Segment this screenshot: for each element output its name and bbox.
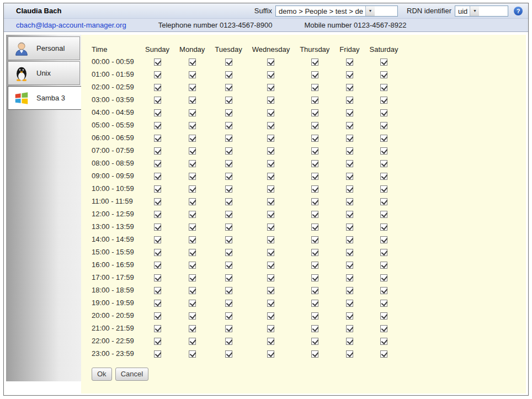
hour-checkbox[interactable] [154, 287, 161, 294]
hour-checkbox[interactable] [267, 262, 274, 269]
hour-checkbox[interactable] [380, 97, 387, 104]
hour-checkbox[interactable] [225, 109, 232, 116]
hour-checkbox[interactable] [154, 71, 161, 78]
hour-checkbox[interactable] [311, 325, 318, 332]
help-icon[interactable]: ? [514, 7, 523, 15]
hour-checkbox[interactable] [225, 58, 232, 66]
hour-checkbox[interactable] [189, 160, 196, 167]
hour-checkbox[interactable] [311, 97, 318, 104]
hour-checkbox[interactable] [225, 84, 232, 91]
hour-checkbox[interactable] [380, 249, 387, 256]
hour-checkbox[interactable] [189, 173, 196, 180]
hour-checkbox[interactable] [346, 274, 353, 281]
hour-checkbox[interactable] [225, 287, 232, 294]
hour-checkbox[interactable] [225, 71, 232, 78]
hour-checkbox[interactable] [267, 97, 274, 104]
hour-checkbox[interactable] [189, 147, 196, 155]
tab-personal[interactable]: Personal [8, 36, 80, 60]
hour-checkbox[interactable] [225, 185, 232, 193]
hour-checkbox[interactable] [346, 224, 353, 231]
hour-checkbox[interactable] [189, 338, 196, 345]
hour-checkbox[interactable] [189, 84, 196, 91]
hour-checkbox[interactable] [267, 249, 274, 256]
hour-checkbox[interactable] [154, 350, 161, 358]
hour-checkbox[interactable] [311, 350, 318, 358]
hour-checkbox[interactable] [346, 287, 353, 294]
hour-checkbox[interactable] [267, 147, 274, 155]
hour-checkbox[interactable] [154, 122, 161, 129]
chevron-down-icon[interactable] [365, 6, 375, 16]
hour-checkbox[interactable] [154, 58, 161, 66]
hour-checkbox[interactable] [346, 236, 353, 243]
hour-checkbox[interactable] [346, 147, 353, 155]
hour-checkbox[interactable] [380, 71, 387, 78]
hour-checkbox[interactable] [380, 84, 387, 91]
hour-checkbox[interactable] [380, 236, 387, 243]
hour-checkbox[interactable] [154, 198, 161, 205]
hour-checkbox[interactable] [189, 135, 196, 142]
hour-checkbox[interactable] [189, 236, 196, 243]
hour-checkbox[interactable] [154, 236, 161, 243]
hour-checkbox[interactable] [225, 147, 232, 155]
hour-checkbox[interactable] [311, 160, 318, 167]
hour-checkbox[interactable] [380, 287, 387, 294]
hour-checkbox[interactable] [225, 211, 232, 218]
hour-checkbox[interactable] [311, 224, 318, 231]
hour-checkbox[interactable] [311, 173, 318, 180]
hour-checkbox[interactable] [346, 71, 353, 78]
hour-checkbox[interactable] [154, 185, 161, 193]
hour-checkbox[interactable] [311, 312, 318, 320]
hour-checkbox[interactable] [225, 338, 232, 345]
email-link[interactable]: cbach@ldap-account-manager.org [16, 21, 126, 29]
hour-checkbox[interactable] [380, 262, 387, 269]
hour-checkbox[interactable] [380, 173, 387, 180]
hour-checkbox[interactable] [154, 84, 161, 91]
hour-checkbox[interactable] [189, 312, 196, 320]
hour-checkbox[interactable] [346, 173, 353, 180]
hour-checkbox[interactable] [154, 147, 161, 155]
hour-checkbox[interactable] [346, 58, 353, 66]
hour-checkbox[interactable] [346, 325, 353, 332]
hour-checkbox[interactable] [311, 211, 318, 218]
hour-checkbox[interactable] [311, 71, 318, 78]
hour-checkbox[interactable] [189, 350, 196, 358]
hour-checkbox[interactable] [311, 300, 318, 307]
hour-checkbox[interactable] [225, 198, 232, 205]
hour-checkbox[interactable] [380, 160, 387, 167]
hour-checkbox[interactable] [311, 135, 318, 142]
ok-button[interactable]: Ok [92, 368, 112, 381]
hour-checkbox[interactable] [380, 300, 387, 307]
tab-unix[interactable]: Unix [8, 61, 80, 85]
hour-checkbox[interactable] [346, 97, 353, 104]
hour-checkbox[interactable] [380, 338, 387, 345]
hour-checkbox[interactable] [267, 325, 274, 332]
hour-checkbox[interactable] [267, 71, 274, 78]
hour-checkbox[interactable] [346, 262, 353, 269]
hour-checkbox[interactable] [267, 198, 274, 205]
hour-checkbox[interactable] [267, 338, 274, 345]
hour-checkbox[interactable] [225, 236, 232, 243]
hour-checkbox[interactable] [267, 84, 274, 91]
hour-checkbox[interactable] [346, 211, 353, 218]
hour-checkbox[interactable] [311, 236, 318, 243]
hour-checkbox[interactable] [154, 135, 161, 142]
hour-checkbox[interactable] [154, 338, 161, 345]
hour-checkbox[interactable] [225, 122, 232, 129]
hour-checkbox[interactable] [189, 198, 196, 205]
hour-checkbox[interactable] [380, 325, 387, 332]
hour-checkbox[interactable] [311, 198, 318, 205]
hour-checkbox[interactable] [267, 135, 274, 142]
hour-checkbox[interactable] [267, 58, 274, 66]
hour-checkbox[interactable] [346, 122, 353, 129]
hour-checkbox[interactable] [225, 249, 232, 256]
hour-checkbox[interactable] [346, 249, 353, 256]
hour-checkbox[interactable] [154, 312, 161, 320]
hour-checkbox[interactable] [267, 300, 274, 307]
hour-checkbox[interactable] [380, 312, 387, 320]
hour-checkbox[interactable] [311, 185, 318, 193]
rdn-identifier-select[interactable]: uid [455, 6, 508, 17]
hour-checkbox[interactable] [311, 338, 318, 345]
hour-checkbox[interactable] [154, 325, 161, 332]
hour-checkbox[interactable] [154, 173, 161, 180]
hour-checkbox[interactable] [189, 274, 196, 281]
